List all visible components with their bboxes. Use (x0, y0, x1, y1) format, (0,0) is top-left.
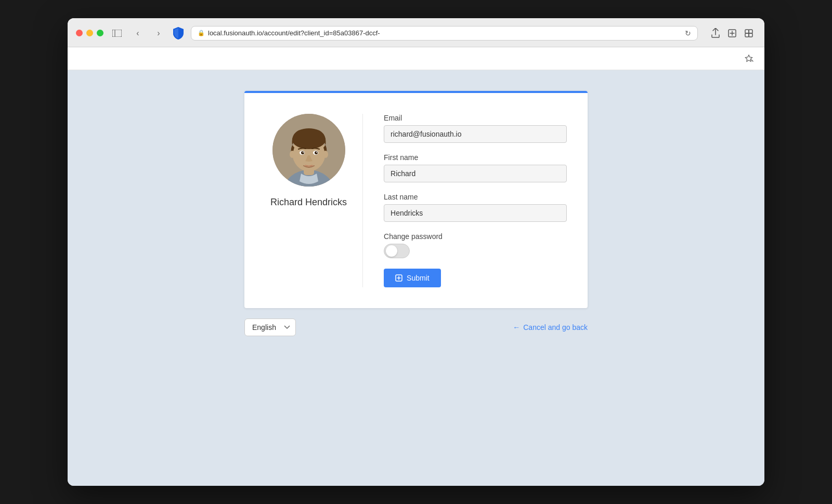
cancel-link[interactable]: ← Cancel and go back (513, 323, 588, 331)
minimize-button[interactable] (86, 30, 93, 36)
user-avatar (272, 114, 345, 187)
address-bar[interactable]: 🔒 local.fusionauth.io/account/edit?clien… (191, 26, 698, 41)
page-footer: English Spanish French German ← Cancel a… (244, 319, 588, 336)
svg-point-20 (303, 152, 304, 153)
last-name-group: Last name (384, 193, 567, 222)
first-name-group: First name (384, 153, 567, 182)
change-password-toggle[interactable] (384, 244, 410, 258)
cancel-label: Cancel and go back (523, 323, 588, 331)
bitwarden-icon (172, 27, 185, 39)
new-tab-button[interactable] (725, 26, 739, 41)
toggle-slider (384, 244, 410, 258)
close-button[interactable] (76, 30, 83, 36)
browser-chrome: ‹ › 🔒 local.fusionauth.io/account/edit?c… (68, 18, 764, 47)
change-password-group: Change password (384, 232, 567, 258)
submit-button[interactable]: Submit (384, 269, 441, 287)
toolbar-icon[interactable] (742, 51, 756, 66)
edit-form: Email First name Last name Change passwo… (384, 114, 567, 287)
svg-rect-5 (745, 30, 749, 33)
svg-rect-8 (749, 33, 752, 37)
sidebar-toggle-button[interactable] (110, 28, 124, 39)
svg-rect-0 (112, 30, 122, 37)
traffic-lights (76, 30, 103, 36)
share-button[interactable] (708, 26, 723, 41)
card-body: Richard Hendricks Email First name Last … (244, 93, 588, 308)
submit-icon (395, 274, 402, 282)
user-display-name: Richard Hendricks (270, 197, 347, 208)
sidebar-icon (112, 30, 122, 37)
email-input[interactable] (384, 125, 567, 143)
email-group: Email (384, 114, 567, 143)
forward-button[interactable]: › (151, 26, 166, 41)
reload-button[interactable]: ↻ (685, 29, 691, 37)
svg-point-18 (301, 151, 304, 154)
svg-rect-6 (749, 30, 752, 33)
svg-point-15 (323, 151, 328, 158)
first-name-label: First name (384, 153, 567, 162)
browser-toolbar (68, 47, 764, 70)
language-select[interactable]: English Spanish French German (244, 319, 296, 336)
maximize-button[interactable] (97, 30, 103, 36)
back-button[interactable]: ‹ (131, 26, 145, 41)
edit-account-card: Richard Hendricks Email First name Last … (244, 91, 588, 308)
toggle-container (384, 244, 567, 258)
svg-point-19 (315, 151, 318, 154)
lock-icon: 🔒 (198, 30, 205, 36)
svg-rect-7 (745, 33, 749, 37)
browser-actions (708, 26, 756, 41)
submit-label: Submit (407, 274, 430, 282)
last-name-label: Last name (384, 193, 567, 201)
address-bar-container: 🔒 local.fusionauth.io/account/edit?clien… (191, 26, 698, 41)
first-name-input[interactable] (384, 165, 567, 182)
arrow-left-icon: ← (513, 323, 520, 331)
tab-overview-button[interactable] (742, 26, 756, 41)
change-password-label: Change password (384, 232, 567, 241)
browser-window: ‹ › 🔒 local.fusionauth.io/account/edit?c… (68, 18, 764, 486)
email-label: Email (384, 114, 567, 122)
page-content: Richard Hendricks Email First name Last … (68, 70, 764, 486)
svg-point-14 (290, 151, 295, 158)
svg-point-21 (316, 152, 317, 153)
user-profile-panel: Richard Hendricks (270, 114, 363, 287)
last-name-input[interactable] (384, 204, 567, 222)
url-text: local.fusionauth.io/account/edit?client_… (208, 29, 682, 37)
